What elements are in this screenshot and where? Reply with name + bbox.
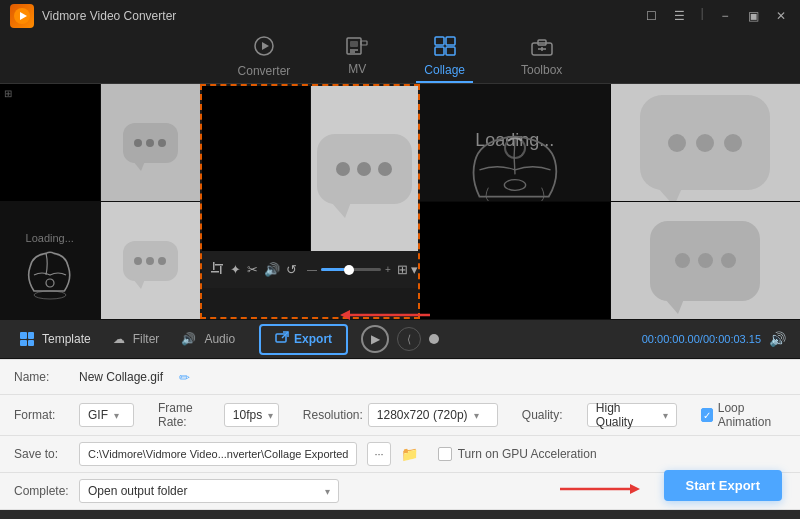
playback-controls: ▶ ⟨ bbox=[361, 325, 439, 353]
gpu-checkbox[interactable] bbox=[438, 447, 452, 461]
format-arrow-icon: ▾ bbox=[114, 410, 119, 421]
svg-point-17 bbox=[34, 291, 66, 299]
window-controls: ☐ ☰ | − ▣ ✕ bbox=[641, 5, 792, 27]
gpu-row: Turn on GPU Acceleration bbox=[438, 447, 597, 461]
resolution-select[interactable]: 1280x720 (720p) ▾ bbox=[368, 403, 498, 427]
position-dot[interactable] bbox=[429, 334, 439, 344]
edit-cell-left[interactable] bbox=[202, 86, 310, 251]
title-bar: Vidmore Video Converter ☐ ☰ | − ▣ ✕ bbox=[0, 0, 800, 32]
rewind-button[interactable]: ⟨ bbox=[397, 327, 421, 351]
svg-rect-20 bbox=[211, 271, 219, 273]
svg-point-18 bbox=[46, 279, 54, 287]
format-label: Format: bbox=[14, 408, 69, 422]
converter-icon bbox=[253, 35, 275, 62]
framerate-label: Frame Rate: bbox=[158, 401, 214, 429]
export-label: Export bbox=[294, 332, 332, 346]
audio-icon: 🔊 bbox=[181, 332, 196, 346]
filter-tab[interactable]: ☁ Filter bbox=[103, 328, 170, 350]
framerate-select[interactable]: 10fps ▾ bbox=[224, 403, 279, 427]
svg-line-25 bbox=[282, 332, 288, 338]
volume-icon[interactable]: 🔊 bbox=[769, 331, 786, 347]
name-row: Name: New Collage.gif ✏ bbox=[0, 359, 800, 395]
svg-rect-19 bbox=[213, 262, 215, 270]
tab-collage-label: Collage bbox=[424, 63, 465, 77]
nav-tabs: Converter MV Collage bbox=[0, 32, 800, 84]
export-icon bbox=[275, 331, 289, 348]
left-cell-br bbox=[101, 202, 201, 319]
right-cell-tl: Loading... bbox=[420, 84, 610, 201]
left-cell-bl: Loading... bbox=[0, 202, 100, 319]
audio-tab[interactable]: 🔊 Audio bbox=[171, 328, 245, 350]
time-display: 00:00:00.00/00:00:03.15 bbox=[642, 333, 761, 345]
preview-area: ⊞ bbox=[0, 84, 800, 319]
complete-select[interactable]: Open output folder ▾ bbox=[79, 479, 339, 503]
resolution-label: Resolution: bbox=[303, 408, 358, 422]
right-cell-br bbox=[611, 202, 801, 319]
folder-icon-button[interactable]: 📁 bbox=[401, 446, 418, 462]
resolution-arrow-icon: ▾ bbox=[474, 410, 479, 421]
minimize-button[interactable]: − bbox=[714, 5, 736, 27]
toolbox-icon bbox=[531, 36, 553, 61]
svg-rect-10 bbox=[446, 37, 455, 45]
audio-label: Audio bbox=[204, 332, 235, 346]
svg-rect-8 bbox=[361, 41, 367, 45]
svg-rect-9 bbox=[435, 37, 444, 45]
quality-arrow-icon: ▾ bbox=[663, 410, 668, 421]
mv-icon bbox=[346, 37, 368, 60]
loop-checkbox[interactable]: ✓ bbox=[701, 408, 713, 422]
export-button[interactable]: Export bbox=[259, 324, 348, 355]
right-cell-bl bbox=[420, 202, 610, 319]
edit-cell-right[interactable] bbox=[311, 86, 419, 251]
tab-mv[interactable]: MV bbox=[338, 33, 376, 82]
crop-btn[interactable] bbox=[210, 261, 224, 278]
tab-mv-label: MV bbox=[348, 62, 366, 76]
cell-icon-tl: ⊞ bbox=[4, 88, 12, 99]
left-cell-tl: ⊞ bbox=[0, 84, 100, 201]
help-button[interactable]: ☐ bbox=[641, 5, 663, 27]
time-area: 00:00:00.00/00:00:03.15 🔊 bbox=[642, 331, 786, 347]
audio-btn[interactable]: 🔊 bbox=[264, 262, 280, 277]
toolbar-row: Template ☁ Filter 🔊 Audio Export ▶ ⟨ 00:… bbox=[0, 319, 800, 359]
format-select[interactable]: GIF ▾ bbox=[79, 403, 134, 427]
name-value: New Collage.gif bbox=[79, 370, 163, 384]
chevron-down-btn[interactable]: ▾ bbox=[411, 262, 418, 277]
rotate-btn[interactable]: ↺ bbox=[286, 262, 297, 277]
tab-converter-label: Converter bbox=[238, 64, 291, 78]
template-label: Template bbox=[42, 332, 91, 346]
play-button[interactable]: ▶ bbox=[361, 325, 389, 353]
close-button[interactable]: ✕ bbox=[770, 5, 792, 27]
format-row: Format: GIF ▾ Frame Rate: 10fps ▾ Resolu… bbox=[0, 395, 800, 436]
template-tab[interactable]: Template bbox=[10, 328, 101, 350]
collage-icon bbox=[434, 36, 456, 61]
app-title: Vidmore Video Converter bbox=[42, 9, 176, 23]
browse-button[interactable]: ··· bbox=[367, 442, 390, 466]
preview-right-panel: Loading... bbox=[420, 84, 800, 319]
loop-animation-row: ✓ Loop Animation bbox=[701, 401, 786, 429]
menu-button[interactable]: ☰ bbox=[669, 5, 691, 27]
svg-rect-22 bbox=[220, 266, 222, 274]
loading-label-small-l: Loading... bbox=[26, 232, 74, 244]
name-label: Name: bbox=[14, 370, 69, 384]
svg-marker-3 bbox=[262, 42, 269, 50]
layout-btn[interactable]: ⊞ bbox=[397, 262, 408, 277]
gpu-label: Turn on GPU Acceleration bbox=[458, 447, 597, 461]
timeline-slider[interactable] bbox=[321, 268, 381, 271]
tab-converter[interactable]: Converter bbox=[230, 31, 299, 84]
saveto-label: Save to: bbox=[14, 447, 69, 461]
preview-middle-panel: ✦ ✂ 🔊 ↺ — + ⊞ ▾ bbox=[200, 84, 420, 319]
loop-label: Loop Animation bbox=[718, 401, 786, 429]
start-export-button[interactable]: Start Export bbox=[664, 470, 782, 501]
svg-rect-5 bbox=[350, 41, 358, 47]
right-cell-tr bbox=[611, 84, 801, 201]
tab-toolbox[interactable]: Toolbox bbox=[513, 32, 570, 83]
maximize-button[interactable]: ▣ bbox=[742, 5, 764, 27]
quality-select[interactable]: High Quality ▾ bbox=[587, 403, 677, 427]
cut-btn[interactable]: ✂ bbox=[247, 262, 258, 277]
save-path-display: C:\Vidmore\Vidmore Video...nverter\Colla… bbox=[79, 442, 357, 466]
framerate-arrow-icon: ▾ bbox=[268, 410, 273, 421]
name-edit-icon[interactable]: ✏ bbox=[179, 370, 190, 385]
svg-rect-21 bbox=[215, 264, 223, 266]
tab-collage[interactable]: Collage bbox=[416, 32, 473, 83]
quality-label: Quality: bbox=[522, 408, 577, 422]
effect-btn[interactable]: ✦ bbox=[230, 262, 241, 277]
